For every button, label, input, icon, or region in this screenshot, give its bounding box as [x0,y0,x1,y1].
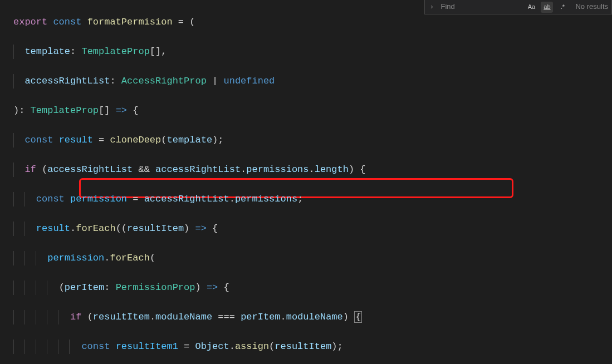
code-editor[interactable]: export const formatPermision = ( templat… [0,0,612,364]
match-whole-word-button[interactable]: ab [541,2,553,13]
code-line[interactable]: template: TemplateProp[], [13,45,612,60]
find-input[interactable]: Find [438,0,522,16]
code-line[interactable]: export const formatPermision = ( [13,15,612,30]
chevron-right-icon[interactable]: › [428,0,435,14]
code-line[interactable]: const result = cloneDeep(template); [13,133,612,148]
code-line[interactable]: result.forEach((resultItem) => { [13,222,612,237]
regex-button[interactable]: .* [556,2,569,13]
code-line[interactable]: (perItem: PermissionProp) => { [13,281,612,296]
find-widget[interactable]: › Find Aa ab .* No results [424,0,612,14]
code-line[interactable]: const resultItem1 = Object.assign(result… [13,340,612,355]
code-line[interactable]: permission.forEach( [13,251,612,266]
code-line[interactable]: accessRightList: AccessRightProp | undef… [13,74,612,89]
code-line[interactable]: if (accessRightList && accessRightList.p… [13,163,612,178]
match-case-button[interactable]: Aa [525,2,537,13]
code-line[interactable]: if (resultItem.moduleName === perItem.mo… [13,310,612,325]
code-line[interactable]: ): TemplateProp[] => { [13,104,612,119]
find-results-label: No results [575,0,608,14]
code-line[interactable]: const permission = accessRightList.permi… [13,192,612,207]
